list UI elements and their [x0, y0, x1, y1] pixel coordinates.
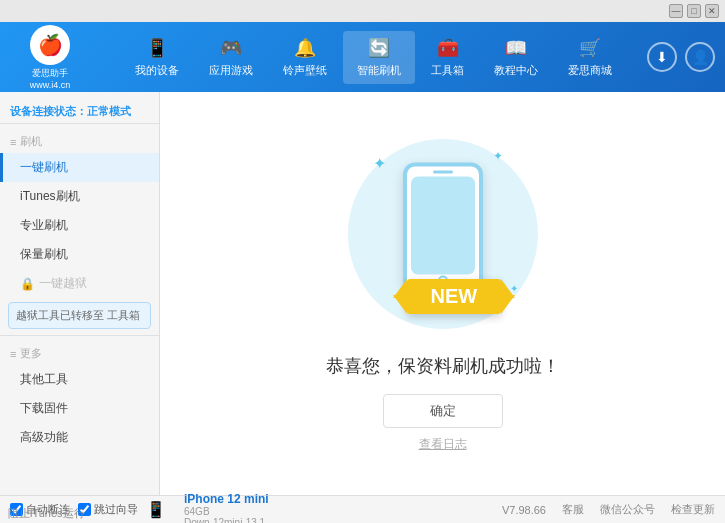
maximize-button[interactable]: □ — [687, 4, 701, 18]
pass-wizard-label: 跳过向导 — [94, 502, 138, 517]
status-label: 设备连接状态： — [10, 105, 87, 117]
tutorial-icon: 📖 — [505, 37, 527, 59]
flash-section-label: ≡ 刷机 — [0, 130, 159, 153]
more-section-label: ≡ 更多 — [0, 342, 159, 365]
sidebar-download-fw[interactable]: 下载固件 — [0, 394, 159, 423]
title-bar: — □ ✕ — [0, 0, 725, 22]
logo-text: 爱思助手 www.i4.cn — [30, 67, 71, 90]
header: 🍎 爱思助手 www.i4.cn 📱 我的设备 🎮 应用游戏 🔔 铃声壁纸 🔄 … — [0, 22, 725, 92]
nav-my-device-label: 我的设备 — [135, 63, 179, 78]
phone-screen — [411, 177, 475, 275]
more-section-icon: ≡ — [10, 348, 16, 360]
sidebar-one-click-flash[interactable]: 一键刷机 — [0, 153, 159, 182]
sparkle-2: ✦ — [493, 149, 503, 163]
download-button[interactable]: ⬇ — [647, 42, 677, 72]
sidebar: 设备连接状态：正常模式 ≡ 刷机 一键刷机 iTunes刷机 专业刷机 保量刷机… — [0, 92, 160, 495]
sidebar-itunes-flash[interactable]: iTunes刷机 — [0, 182, 159, 211]
nav-tutorial-label: 教程中心 — [494, 63, 538, 78]
nav-mall-label: 爱思商城 — [568, 63, 612, 78]
sidebar-pro-flash[interactable]: 专业刷机 — [0, 211, 159, 240]
check-update-link[interactable]: 检查更新 — [671, 502, 715, 517]
device-name: iPhone 12 mini — [184, 492, 269, 506]
ringtone-icon: 🔔 — [294, 37, 316, 59]
wechat-link[interactable]: 微信公众号 — [600, 502, 655, 517]
sidebar-other-tools[interactable]: 其他工具 — [0, 365, 159, 394]
sparkle-1: ✦ — [373, 154, 386, 173]
flash-section-icon: ≡ — [10, 136, 16, 148]
ribbon-left-bottom — [393, 295, 407, 314]
minimize-button[interactable]: — — [669, 4, 683, 18]
app-game-icon: 🎮 — [220, 37, 242, 59]
confirm-button[interactable]: 确定 — [383, 394, 503, 428]
jailbreak-info-box: 越狱工具已转移至 工具箱 — [8, 302, 151, 329]
device-status: 设备连接状态：正常模式 — [0, 100, 159, 124]
ribbon-right-bottom — [501, 295, 515, 314]
device-fw: Down-12mini-13.1 — [184, 517, 269, 524]
device-icon: 📱 — [146, 500, 166, 519]
device-info: iPhone 12 mini 64GB Down-12mini-13.1 — [184, 492, 269, 524]
itunes-bar[interactable]: 阻止iTunes运行 — [0, 504, 93, 523]
bottom-bar: 自动断连 跳过向导 📱 iPhone 12 mini 64GB Down-12m… — [0, 495, 725, 523]
phone-body — [403, 163, 483, 293]
toolbox-icon: 🧰 — [437, 37, 459, 59]
user-button[interactable]: 👤 — [685, 42, 715, 72]
nav-app-game[interactable]: 🎮 应用游戏 — [195, 31, 267, 84]
nav-smart-flash-label: 智能刷机 — [357, 63, 401, 78]
version-text: V7.98.66 — [502, 504, 546, 516]
nav-tutorial[interactable]: 📖 教程中心 — [480, 31, 552, 84]
sidebar-divider — [0, 335, 159, 336]
jailbreak-section-label: 🔒 一键越狱 — [0, 269, 159, 298]
logo[interactable]: 🍎 爱思助手 www.i4.cn — [10, 25, 90, 90]
success-text: 恭喜您，保资料刷机成功啦！ — [326, 354, 560, 378]
bottom-right: V7.98.66 客服 微信公众号 检查更新 — [502, 502, 715, 517]
daily-link[interactable]: 查看日志 — [419, 436, 467, 453]
phone-illustration: ✦ ✦ ✦ ✦ NEW ✦ — [343, 134, 543, 334]
new-badge: ✦ NEW ✦ — [407, 279, 502, 314]
logo-icon: 🍎 — [30, 25, 70, 65]
smart-flash-icon: 🔄 — [368, 37, 390, 59]
new-badge-wrapper: ✦ NEW ✦ — [407, 279, 502, 314]
nav-my-device[interactable]: 📱 我的设备 — [121, 31, 193, 84]
nav-toolbox-label: 工具箱 — [431, 63, 464, 78]
nav-actions: ⬇ 👤 — [647, 42, 715, 72]
sidebar-save-flash[interactable]: 保量刷机 — [0, 240, 159, 269]
itunes-label: 阻止iTunes运行 — [8, 507, 85, 519]
close-button[interactable]: ✕ — [705, 4, 719, 18]
customer-service-link[interactable]: 客服 — [562, 502, 584, 517]
device-storage: 64GB — [184, 506, 269, 517]
sidebar-advanced[interactable]: 高级功能 — [0, 423, 159, 452]
status-value: 正常模式 — [87, 105, 131, 117]
new-badge-text: NEW — [431, 285, 478, 307]
nav-app-game-label: 应用游戏 — [209, 63, 253, 78]
lock-icon: 🔒 — [20, 277, 35, 291]
nav-mall[interactable]: 🛒 爱思商城 — [554, 31, 626, 84]
nav-ringtone[interactable]: 🔔 铃声壁纸 — [269, 31, 341, 84]
content-area: ✦ ✦ ✦ ✦ NEW ✦ — [160, 92, 725, 495]
nav-ringtone-label: 铃声壁纸 — [283, 63, 327, 78]
bottom-container: 自动断连 跳过向导 📱 iPhone 12 mini 64GB Down-12m… — [0, 495, 725, 523]
nav-smart-flash[interactable]: 🔄 智能刷机 — [343, 31, 415, 84]
nav-toolbox[interactable]: 🧰 工具箱 — [417, 31, 478, 84]
my-device-icon: 📱 — [146, 37, 168, 59]
main-layout: 设备连接状态：正常模式 ≡ 刷机 一键刷机 iTunes刷机 专业刷机 保量刷机… — [0, 92, 725, 495]
nav-bar: 📱 我的设备 🎮 应用游戏 🔔 铃声壁纸 🔄 智能刷机 🧰 工具箱 📖 教程中心… — [100, 31, 647, 84]
phone-speaker — [433, 171, 453, 174]
mall-icon: 🛒 — [579, 37, 601, 59]
